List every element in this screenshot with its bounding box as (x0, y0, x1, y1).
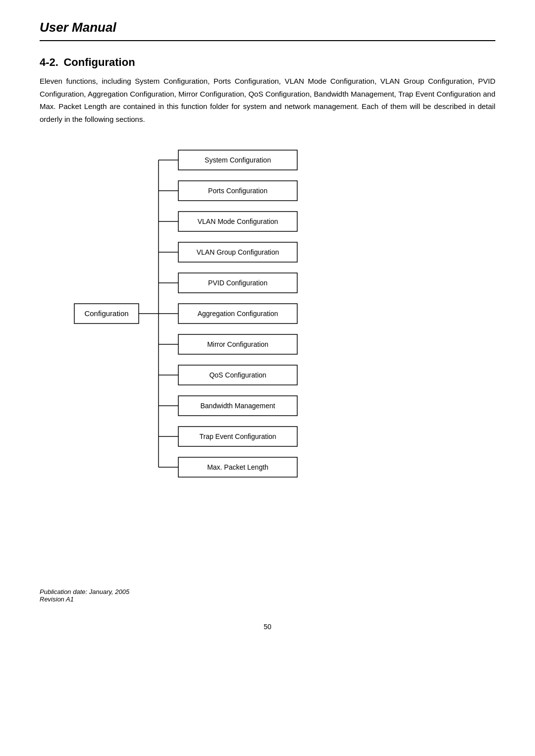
svg-text:Max. Packet Length: Max. Packet Length (207, 463, 268, 471)
page-header: User Manual (40, 20, 495, 41)
svg-text:Mirror Configuration: Mirror Configuration (207, 340, 268, 348)
section-number: 4-2. (40, 56, 58, 68)
svg-text:VLAN Mode  Configuration: VLAN Mode Configuration (198, 217, 278, 225)
page-footer: Publication date: January, 2005 Revision… (40, 588, 495, 631)
svg-text:Trap Event Configuration: Trap Event Configuration (199, 432, 276, 440)
publication-date: Publication date: January, 2005 (40, 588, 495, 595)
svg-text:System Configuration: System Configuration (205, 156, 271, 164)
svg-text:Configuration: Configuration (84, 309, 128, 318)
section-title: Configuration (63, 56, 135, 68)
svg-text:Bandwidth Management: Bandwidth Management (201, 402, 275, 410)
svg-text:Aggregation  Configuration: Aggregation Configuration (198, 310, 278, 318)
svg-text:Ports Configuration: Ports Configuration (208, 187, 268, 195)
revision: Revision A1 (40, 595, 495, 603)
manual-title: User Manual (40, 20, 116, 35)
section-body: Eleven functions, including System Confi… (40, 75, 495, 125)
section-heading: 4-2. Configuration (40, 56, 495, 69)
svg-text:VLAN Group Configuration: VLAN Group Configuration (197, 248, 279, 256)
tree-svg: ConfigurationSystem ConfigurationPorts C… (69, 145, 307, 487)
page-number: 50 (40, 623, 495, 631)
svg-text:QoS Configuration: QoS Configuration (209, 371, 266, 379)
svg-text:PVID Configuration: PVID Configuration (208, 279, 268, 287)
tree-diagram: ConfigurationSystem ConfigurationPorts C… (69, 145, 495, 489)
